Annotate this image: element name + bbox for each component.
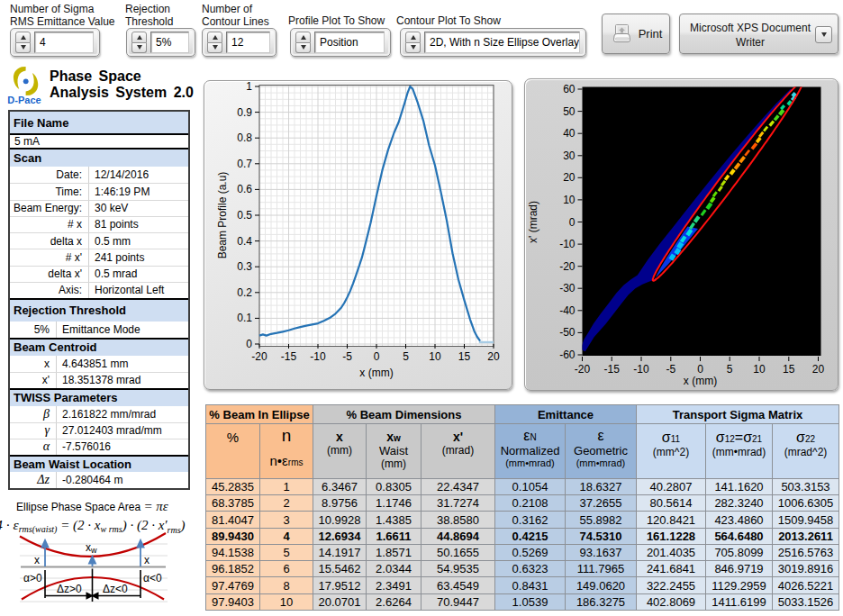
svg-text:-20: -20 bbox=[575, 363, 591, 376]
svg-text:α<0: α<0 bbox=[143, 572, 162, 584]
svg-text:20: 20 bbox=[563, 171, 576, 184]
svg-text:x' (mrad): x' (mrad) bbox=[527, 201, 539, 243]
svg-text:5: 5 bbox=[403, 350, 409, 363]
svg-text:-10: -10 bbox=[310, 350, 326, 363]
svg-text:1: 1 bbox=[246, 80, 252, 93]
svg-text:-50: -50 bbox=[559, 326, 576, 339]
svg-text:10: 10 bbox=[429, 350, 441, 363]
svg-text:-10: -10 bbox=[633, 363, 649, 376]
svg-text:10: 10 bbox=[753, 363, 766, 376]
svg-text:40: 40 bbox=[563, 127, 576, 140]
svg-text:x (mm): x (mm) bbox=[359, 367, 393, 379]
svg-text:-15: -15 bbox=[281, 350, 297, 363]
svg-text:0: 0 bbox=[569, 216, 576, 229]
svg-text:-5: -5 bbox=[342, 350, 352, 363]
svg-text:0.1: 0.1 bbox=[237, 312, 252, 324]
svg-text:30: 30 bbox=[563, 149, 576, 162]
svg-text:-5: -5 bbox=[666, 363, 675, 376]
svg-text:0.8: 0.8 bbox=[237, 131, 252, 144]
svg-text:Beam Profile (a.u): Beam Profile (a.u) bbox=[216, 172, 229, 259]
svg-text:0: 0 bbox=[697, 363, 703, 376]
svg-text:20: 20 bbox=[487, 350, 500, 363]
svg-text:5: 5 bbox=[727, 363, 733, 376]
svg-text:50: 50 bbox=[563, 105, 576, 118]
svg-text:xw: xw bbox=[86, 541, 97, 555]
svg-text:0: 0 bbox=[374, 350, 380, 363]
svg-text:15: 15 bbox=[458, 350, 471, 363]
svg-text:-20: -20 bbox=[559, 260, 576, 273]
svg-text:20: 20 bbox=[812, 363, 825, 376]
svg-text:Δz>0: Δz>0 bbox=[57, 583, 82, 595]
svg-text:-10: -10 bbox=[559, 238, 576, 250]
svg-text:0.9: 0.9 bbox=[237, 106, 252, 119]
svg-text:0.2: 0.2 bbox=[237, 286, 252, 299]
svg-text:0.4: 0.4 bbox=[237, 235, 252, 248]
svg-text:0: 0 bbox=[246, 338, 252, 350]
svg-text:x (mm): x (mm) bbox=[684, 375, 717, 387]
svg-text:x: x bbox=[34, 554, 40, 566]
svg-text:0.7: 0.7 bbox=[237, 158, 252, 170]
svg-text:60: 60 bbox=[563, 83, 576, 95]
svg-text:α>0: α>0 bbox=[23, 572, 42, 584]
svg-text:0.3: 0.3 bbox=[237, 260, 252, 273]
svg-text:-20: -20 bbox=[251, 350, 267, 363]
svg-text:-60: -60 bbox=[559, 349, 576, 361]
svg-text:10: 10 bbox=[563, 194, 576, 206]
svg-text:4 · εrms(waist) = (2 · xw rms): 4 · εrms(waist) = (2 · xw rms) · (2 · x′… bbox=[0, 517, 186, 535]
svg-text:-30: -30 bbox=[559, 282, 576, 294]
svg-text:-15: -15 bbox=[604, 363, 621, 376]
svg-text:15: 15 bbox=[783, 363, 795, 376]
svg-text:-40: -40 bbox=[559, 304, 576, 317]
svg-text:Δz<0: Δz<0 bbox=[103, 583, 128, 595]
svg-text:0.5: 0.5 bbox=[237, 209, 252, 222]
svg-text:Ellipse Phase Space Area = πε: Ellipse Phase Space Area = πε bbox=[16, 499, 168, 513]
svg-text:0.6: 0.6 bbox=[237, 183, 252, 195]
svg-text:x: x bbox=[144, 554, 150, 566]
